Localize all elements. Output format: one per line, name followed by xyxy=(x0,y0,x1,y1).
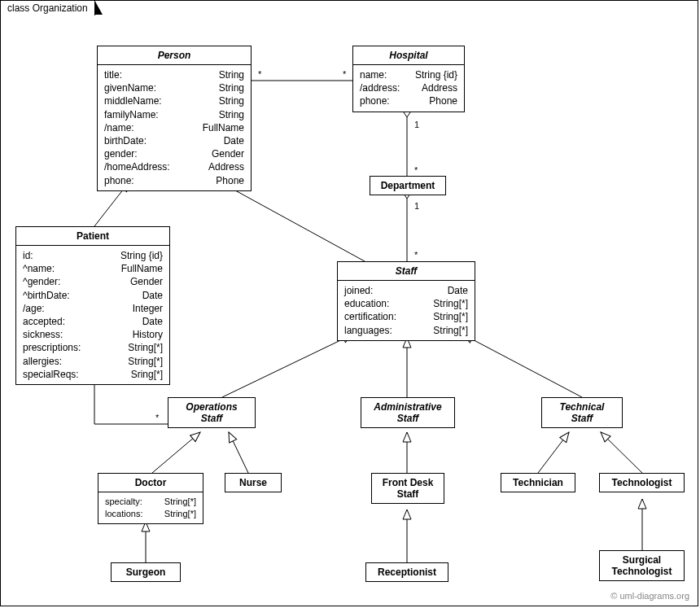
class-department: Department xyxy=(370,176,446,195)
class-body-hospital: name:String {id} /address:Address phone:… xyxy=(353,65,464,112)
svg-line-5 xyxy=(222,335,352,397)
class-title-staff: Staff xyxy=(338,262,475,281)
diagram-frame: class Organization * * 1 * 1 * xyxy=(0,0,698,606)
class-patient: Patient id:String {id} ^name:FullName ^g… xyxy=(15,226,170,385)
credit-text: © uml-diagrams.org xyxy=(610,591,689,601)
mult-person-hospital-left: * xyxy=(258,69,262,79)
class-person: Person title:String givenName:String mid… xyxy=(97,46,252,191)
class-title-front-desk-staff: Front Desk Staff xyxy=(372,474,444,503)
mult-hospital-dept: 1 xyxy=(414,120,419,129)
class-body-staff: joined:Date education:String[*] certific… xyxy=(338,281,475,340)
class-title-doctor: Doctor xyxy=(98,474,203,492)
class-title-administrative-staff: Administrative Staff xyxy=(361,398,454,427)
class-title-operations-staff: Operations Staff xyxy=(168,398,255,427)
class-title-hospital: Hospital xyxy=(353,46,464,65)
class-title-department: Department xyxy=(370,177,445,195)
svg-line-4 xyxy=(219,182,365,261)
class-title-technical-staff: Technical Staff xyxy=(542,398,622,427)
class-technologist: Technologist xyxy=(599,473,685,492)
class-title-person: Person xyxy=(98,46,251,65)
class-title-receptionist: Receptionist xyxy=(366,563,448,581)
svg-line-10 xyxy=(152,432,200,473)
mult-person-hospital-right: * xyxy=(343,69,347,79)
class-title-nurse: Nurse xyxy=(225,474,281,492)
class-administrative-staff: Administrative Staff xyxy=(361,397,455,428)
mult-dept-top: * xyxy=(414,165,418,175)
class-receptionist: Receptionist xyxy=(365,562,448,582)
svg-line-14 xyxy=(601,432,642,473)
mult-dept-staff-d: 1 xyxy=(414,201,419,211)
class-hospital: Hospital name:String {id} /address:Addre… xyxy=(352,46,465,112)
class-title-patient: Patient xyxy=(16,227,169,246)
class-operations-staff: Operations Staff xyxy=(168,397,256,428)
svg-line-13 xyxy=(538,432,569,473)
class-technical-staff: Technical Staff xyxy=(541,397,623,428)
mult-patient-ops-o: * xyxy=(155,413,160,422)
class-surgical-technologist: Surgical Technologist xyxy=(599,550,685,581)
class-front-desk-staff: Front Desk Staff xyxy=(371,473,444,504)
class-body-doctor: specialty:String[*] locations:String[*] xyxy=(98,492,203,523)
class-nurse: Nurse xyxy=(225,473,282,492)
class-body-person: title:String givenName:String middleName… xyxy=(98,65,251,190)
svg-line-11 xyxy=(229,432,248,473)
class-body-patient: id:String {id} ^name:FullName ^gender:Ge… xyxy=(16,246,169,384)
svg-line-7 xyxy=(463,335,582,397)
class-title-surgeon: Surgeon xyxy=(112,563,180,581)
class-title-surgical-technologist: Surgical Technologist xyxy=(600,551,684,580)
mult-dept-staff-s: * xyxy=(414,250,418,260)
class-surgeon: Surgeon xyxy=(111,562,181,582)
class-technician: Technician xyxy=(501,473,575,492)
class-title-technologist: Technologist xyxy=(600,474,684,492)
class-staff: Staff joined:Date education:String[*] ce… xyxy=(337,261,475,341)
class-doctor: Doctor specialty:String[*] locations:Str… xyxy=(98,473,203,524)
class-title-technician: Technician xyxy=(501,474,575,492)
